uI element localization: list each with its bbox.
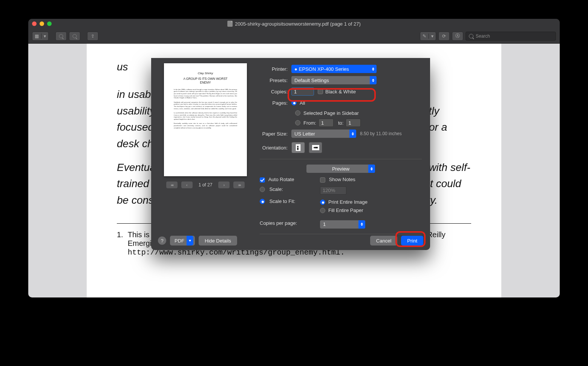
search-icon (469, 34, 473, 38)
window-title-text: 2005-shirky-agroupisitsownworstenemy.pdf… (235, 21, 361, 27)
pdf-menu-button[interactable]: PDF (170, 236, 195, 246)
pages-all-radio[interactable] (291, 100, 297, 105)
scale-to-fit-radio[interactable] (260, 199, 265, 204)
chevron-updown-icon (370, 76, 377, 84)
auto-rotate-label: Auto Rotate (268, 177, 294, 182)
papersize-value: US Letter (294, 131, 315, 137)
bw-checkbox[interactable] (318, 89, 323, 94)
scale-to-fit-label: Scale to Fit: (270, 198, 296, 204)
printer-select[interactable]: ● EPSON XP-400 Series (291, 65, 377, 73)
thumbnail-pager: «« ‹ 1 of 27 › »» (166, 181, 245, 188)
last-page-button[interactable]: »» (233, 181, 245, 188)
printer-value: EPSON XP-400 Series (299, 66, 349, 72)
close-window-button[interactable] (32, 21, 37, 26)
presets-select[interactable]: Default Settings (291, 76, 377, 84)
scale-label: Scale: (270, 186, 283, 192)
pages-selected-radio[interactable] (295, 110, 300, 116)
pages-to-label: to: (338, 120, 343, 126)
copies-per-page-value: 1 (323, 221, 326, 227)
thumb-title: A GROUP IS ITS OWN WORST ENEMY (180, 77, 231, 85)
toolbar: ▦▾ ⇪ ✎▾ ⟳ Ⓐ Search (28, 29, 560, 44)
hide-details-button[interactable]: Hide Details (199, 236, 237, 246)
show-notes-label: Show Notes (329, 177, 355, 182)
highlight-tool[interactable]: ✎▾ (420, 32, 436, 41)
show-notes-checkbox[interactable] (320, 177, 325, 183)
preview-app-window: 2005-shirky-agroupisitsownworstenemy.pdf… (28, 19, 560, 297)
print-entire-image-radio[interactable] (320, 200, 325, 205)
presets-value: Default Settings (294, 78, 329, 83)
pages-from-label: From: (303, 120, 316, 126)
print-options: Printer: ● EPSON XP-400 Series Presets: … (260, 63, 422, 227)
fill-entire-paper-radio[interactable] (320, 208, 325, 213)
section-select[interactable]: Preview (306, 165, 375, 173)
copies-per-page-label: Copies per page: (260, 220, 297, 226)
orientation-landscape[interactable] (309, 142, 322, 153)
print-preview-pane: Clay Shirky A GROUP IS ITS OWN WORST ENE… (159, 63, 251, 227)
markup-button[interactable]: Ⓐ (452, 32, 463, 41)
orientation-label: Orientation: (260, 145, 291, 151)
search-field[interactable]: Search (466, 32, 556, 41)
sidebar-toggle[interactable]: ▦▾ (32, 32, 49, 41)
window-controls (32, 21, 52, 26)
first-page-button[interactable]: «« (166, 181, 178, 188)
footnote-number: 1. (117, 230, 123, 257)
chevron-updown-icon (358, 220, 365, 229)
svg-rect-2 (297, 148, 299, 150)
print-dialog: Clay Shirky A GROUP IS ITS OWN WORST ENE… (151, 58, 430, 250)
scale-input: 120% (320, 186, 346, 195)
next-page-button[interactable]: › (218, 181, 230, 188)
pages-all-label: All (300, 100, 305, 106)
zoom-out-button[interactable] (55, 32, 67, 41)
presets-label: Presets: (260, 78, 291, 83)
copies-input[interactable]: 1 (291, 87, 314, 96)
papersize-dimensions: 8.50 by 11.00 inches (356, 131, 402, 136)
zoom-in-button[interactable] (69, 32, 80, 41)
thumb-author: Clay Shirky (171, 72, 240, 75)
titlebar: 2005-shirky-agroupisitsownworstenemy.pdf… (28, 19, 560, 29)
printer-label: Printer: (260, 66, 291, 72)
fill-entire-paper-label: Fill Entire Paper (328, 207, 363, 213)
divider (260, 159, 422, 159)
copies-label: Copies: (260, 89, 291, 95)
pages-selected-label: Selected Page in Sidebar (303, 110, 359, 116)
copies-per-page-select[interactable]: 1 (320, 220, 365, 229)
pages-range-radio[interactable] (295, 120, 300, 125)
print-button[interactable]: Print (401, 236, 423, 246)
papersize-label: Paper Size: (260, 131, 291, 137)
orientation-portrait[interactable] (291, 142, 305, 153)
help-button[interactable]: ? (158, 236, 166, 245)
bw-label: Black & White (325, 89, 356, 95)
chevron-down-icon (187, 236, 193, 246)
pages-from-input[interactable]: 1 (318, 119, 334, 127)
chevron-updown-icon (349, 130, 356, 138)
chevron-updown-icon (370, 65, 377, 73)
zoom-window-button[interactable] (47, 21, 52, 26)
svg-point-4 (314, 147, 315, 148)
page-thumbnail: Clay Shirky A GROUP IS ITS OWN WORST ENE… (164, 63, 247, 176)
papersize-select[interactable]: US Letter (291, 130, 356, 138)
page-indicator: 1 of 27 (196, 182, 215, 188)
window-title: 2005-shirky-agroupisitsownworstenemy.pdf… (227, 21, 361, 27)
thumb-body: In the late 1980s, software went through… (171, 88, 240, 129)
svg-rect-5 (315, 147, 318, 148)
dialog-footer: ? PDF Hide Details Cancel Print (151, 231, 430, 250)
prev-page-button[interactable]: ‹ (181, 181, 193, 188)
chevron-updown-icon (368, 165, 375, 173)
minimize-window-button[interactable] (40, 21, 44, 26)
search-placeholder: Search (476, 34, 490, 39)
rotate-button[interactable]: ⟳ (438, 32, 450, 41)
section-value: Preview (309, 166, 372, 172)
pages-label: Pages: (260, 100, 291, 106)
scale-radio[interactable] (260, 187, 265, 192)
cancel-button[interactable]: Cancel (370, 236, 397, 246)
document-icon (227, 21, 233, 27)
pages-to-input[interactable]: 1 (346, 119, 361, 127)
auto-rotate-checkbox[interactable] (260, 177, 265, 183)
share-button[interactable]: ⇪ (87, 32, 98, 41)
svg-point-1 (297, 146, 299, 147)
print-entire-image-label: Print Entire Image (328, 199, 368, 205)
